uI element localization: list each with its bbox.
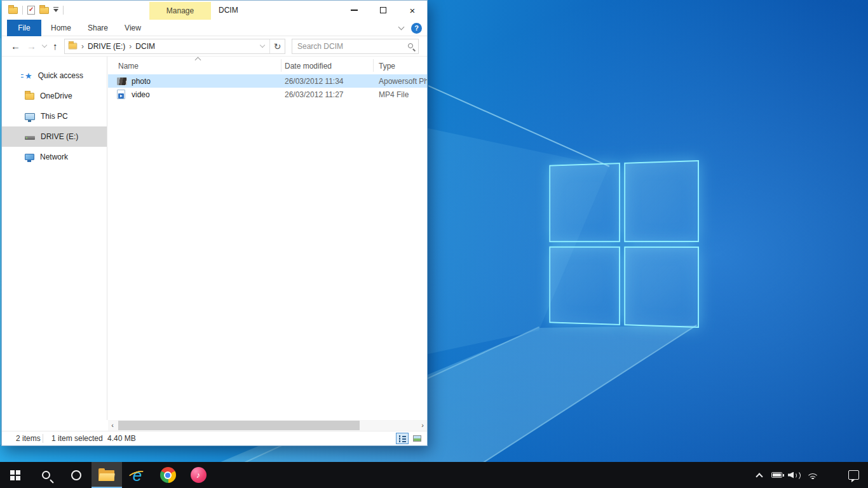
column-header-type[interactable]: Type — [379, 62, 395, 71]
back-button[interactable]: ← — [11, 41, 20, 51]
search-box — [292, 39, 419, 54]
sidebar-item-onedrive[interactable]: OneDrive — [2, 86, 107, 106]
breadcrumb-dcim[interactable]: DCIM — [135, 42, 155, 51]
help-button[interactable]: ? — [411, 23, 422, 34]
selection-count: 1 item selected — [51, 434, 103, 443]
scrollbar-track[interactable] — [117, 420, 418, 431]
sidebar-item-network[interactable]: Network — [2, 147, 107, 167]
hard-drive-icon — [25, 136, 35, 140]
action-center-button[interactable] — [839, 462, 868, 488]
quick-access-star-icon: ★ — [25, 72, 32, 80]
items-count: 2 items — [16, 434, 41, 443]
sidebar-item-label: This PC — [41, 112, 68, 121]
sidebar-item-drive-e[interactable]: DRIVE (E:) — [2, 126, 107, 147]
search-input[interactable] — [292, 39, 418, 53]
explorer-main: ★ Quick access OneDrive This PC DRIVE (E… — [2, 57, 427, 431]
scroll-left-arrow[interactable]: ‹ — [108, 420, 117, 431]
file-row-video[interactable]: video 26/03/2012 11:27 MP4 File — [108, 88, 427, 101]
navigation-pane: ★ Quick access OneDrive This PC DRIVE (E… — [2, 57, 107, 420]
tab-share[interactable]: Share — [81, 20, 115, 36]
address-bar[interactable]: › DRIVE (E:) › DCIM ↻ — [64, 39, 285, 54]
manage-tab-group-label[interactable]: Manage — [149, 2, 211, 20]
up-button[interactable]: ↑ — [53, 41, 58, 51]
column-header-name[interactable]: Name — [118, 62, 139, 71]
expand-ribbon-chevron-icon[interactable] — [398, 24, 405, 30]
close-button[interactable]: × — [398, 1, 427, 20]
column-header-date-modified[interactable]: Date modified — [285, 62, 332, 71]
column-separator[interactable] — [281, 59, 281, 72]
windows-start-icon — [10, 470, 20, 480]
titlebar[interactable]: Manage Picture Tools DCIM × — [2, 1, 427, 20]
sidebar-item-label: OneDrive — [40, 92, 72, 100]
tab-file[interactable]: File — [7, 20, 41, 36]
horizontal-scrollbar[interactable]: ‹ › — [108, 420, 427, 431]
maximize-button[interactable] — [369, 1, 398, 20]
minimize-button[interactable] — [339, 1, 369, 20]
desktop: Manage Picture Tools DCIM × File Home Sh… — [0, 0, 868, 488]
details-view-icon — [399, 435, 406, 442]
onedrive-folder-icon — [25, 93, 34, 100]
sidebar-item-label: DRIVE (E:) — [41, 132, 78, 141]
breadcrumb-drive[interactable]: DRIVE (E:) — [88, 42, 125, 51]
chrome-icon — [160, 467, 176, 483]
refresh-button[interactable]: ↻ — [269, 39, 285, 53]
address-dropdown-button[interactable] — [255, 45, 269, 47]
column-separator[interactable] — [373, 59, 374, 72]
maximize-icon — [380, 7, 386, 13]
taskbar-internet-explorer-button[interactable]: e — [122, 462, 153, 488]
explorer-window-icon — [8, 7, 18, 14]
network-icon — [25, 154, 34, 160]
show-hidden-icons-button[interactable] — [751, 462, 768, 488]
details-view-button[interactable] — [396, 433, 409, 444]
scroll-right-arrow[interactable]: › — [418, 420, 427, 431]
sidebar-item-quick-access[interactable]: ★ Quick access — [2, 65, 107, 86]
file-list-pane: Name Date modified Type photo 26/03/2012… — [108, 57, 427, 420]
windows-logo-pane — [549, 246, 620, 325]
window-controls: × — [339, 1, 427, 20]
internet-explorer-icon: e — [128, 466, 147, 484]
search-icon[interactable] — [408, 43, 413, 48]
sidebar-item-this-pc[interactable]: This PC — [2, 106, 107, 126]
windows-logo-pane — [624, 246, 699, 328]
tab-view[interactable]: View — [118, 20, 148, 36]
large-icons-view-button[interactable] — [410, 433, 423, 444]
properties-icon[interactable] — [27, 6, 35, 15]
volume-indicator[interactable] — [785, 462, 803, 488]
selection-size: 4.40 MB — [107, 434, 136, 443]
navigation-buttons: ← → ↑ — [2, 41, 64, 51]
cortana-button[interactable] — [61, 462, 92, 488]
taskbar-itunes-button[interactable]: ♪ — [183, 462, 214, 488]
file-row-photo[interactable]: photo 26/03/2012 11:34 Apowersoft Pho — [108, 74, 427, 88]
window-title: DCIM — [219, 1, 238, 20]
battery-icon — [771, 472, 782, 478]
chevron-up-icon — [756, 473, 763, 480]
taskbar-search-button[interactable] — [31, 462, 61, 488]
file-name: photo — [132, 77, 151, 86]
taskbar-buttons: e ♪ — [0, 462, 214, 488]
recent-locations-chevron-icon[interactable] — [42, 43, 47, 48]
taskbar: e ♪ — [0, 462, 868, 488]
battery-indicator[interactable] — [768, 462, 785, 488]
sidebar-item-label: Quick access — [38, 71, 83, 80]
statusbar-divider — [43, 434, 43, 443]
address-toolbar: ← → ↑ › DRIVE (E:) › DCIM ↻ — [2, 36, 427, 57]
wifi-indicator[interactable] — [803, 462, 822, 488]
taskbar-file-explorer-button[interactable] — [92, 462, 122, 488]
customize-qat-chevron-icon[interactable] — [53, 9, 58, 12]
scrollbar-thumb[interactable] — [118, 421, 360, 430]
notifications-icon — [848, 470, 859, 480]
file-explorer-icon — [98, 469, 115, 482]
windows-logo — [549, 160, 699, 328]
large-icons-view-icon — [413, 435, 421, 442]
start-button[interactable] — [0, 462, 31, 488]
column-header-row: Name Date modified Type — [108, 57, 427, 74]
file-name: video — [132, 90, 150, 99]
taskbar-chrome-button[interactable] — [153, 462, 183, 488]
this-pc-monitor-icon — [25, 113, 35, 120]
new-folder-icon[interactable] — [39, 7, 49, 14]
ribbon-tab-strip: File Home Share View ? — [2, 20, 427, 36]
forward-button[interactable]: → — [27, 41, 36, 51]
breadcrumb-separator: › — [78, 42, 88, 51]
chevron-down-icon — [260, 43, 265, 48]
tab-home[interactable]: Home — [44, 20, 78, 36]
